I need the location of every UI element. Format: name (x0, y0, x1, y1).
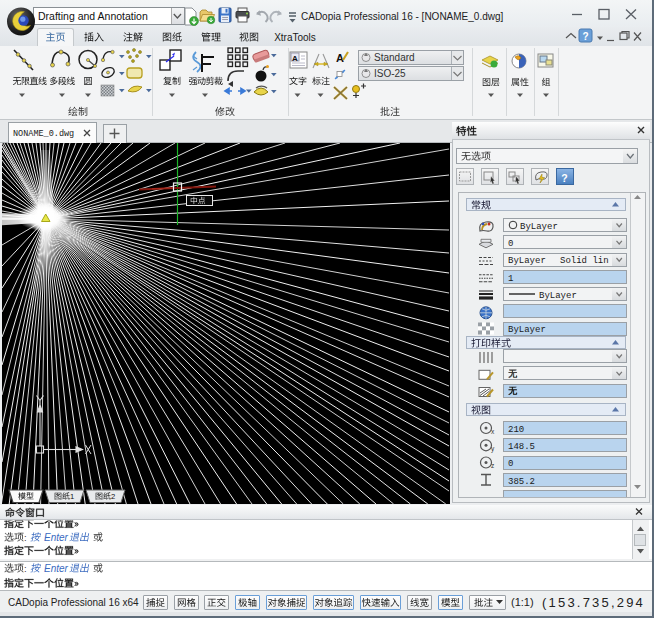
svg-text:1: 1 (508, 274, 513, 284)
svg-text::: : (24, 532, 27, 543)
svg-text:0: 0 (508, 459, 513, 469)
svg-text:Standard: Standard (374, 52, 415, 63)
svg-text:?: ? (561, 172, 567, 184)
svg-text:Enter: Enter (44, 532, 69, 543)
svg-text:Drafting and Annotation: Drafting and Annotation (38, 10, 148, 22)
svg-text:x: x (491, 428, 495, 435)
svg-text:CADopia Professional 16 - [NON: CADopia Professional 16 - [NONAME_0.dwg] (301, 11, 504, 22)
svg-text:(1:1): (1:1) (511, 596, 534, 608)
svg-text:XtraTools: XtraTools (274, 32, 316, 43)
svg-text:ByLayer: ByLayer (508, 256, 546, 266)
svg-text:?: ? (582, 31, 588, 42)
svg-text:CADopia Professional 16 x64: CADopia Professional 16 x64 (8, 597, 139, 608)
svg-text:210: 210 (508, 425, 524, 435)
svg-text:ByLayer: ByLayer (508, 325, 546, 335)
svg-text:ISO-25: ISO-25 (374, 68, 406, 79)
svg-text:z: z (491, 462, 494, 469)
svg-text:NONAME_0.dwg: NONAME_0.dwg (13, 129, 74, 139)
svg-text:(153.735,294: (153.735,294 (542, 595, 645, 610)
svg-text:y: y (491, 445, 495, 453)
svg-text:A: A (336, 52, 344, 64)
svg-text::: : (24, 563, 27, 574)
svg-text:0: 0 (508, 239, 513, 249)
svg-text:385.2: 385.2 (508, 477, 535, 487)
svg-text:ByLayer: ByLayer (520, 222, 558, 232)
svg-text:A: A (292, 54, 298, 63)
svg-text:ByLayer: ByLayer (539, 291, 577, 301)
svg-text:1: 1 (70, 492, 74, 501)
svg-text:2: 2 (111, 492, 115, 501)
svg-text:Enter: Enter (44, 563, 69, 574)
svg-text:148.5: 148.5 (508, 442, 535, 452)
svg-text:Solid lin: Solid lin (560, 256, 609, 266)
